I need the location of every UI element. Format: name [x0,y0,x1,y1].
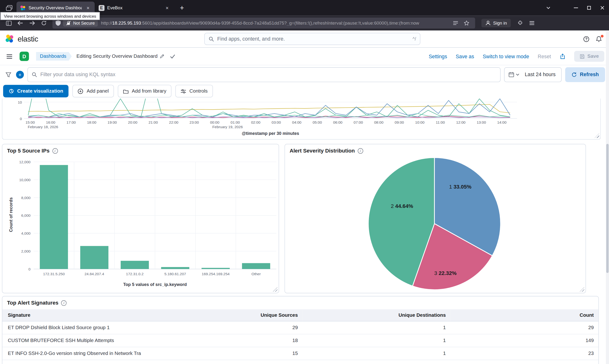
search-shortcut-hint: ^/ [413,36,416,42]
minimize-button[interactable] [569,2,582,14]
search-icon [209,36,214,42]
not-secure-label: Not Secure [73,21,95,26]
x-axis-date-label: February 18, 2026 [28,125,58,129]
tab-close-icon[interactable]: × [164,4,171,11]
controls-button[interactable]: Controls [175,85,213,97]
info-icon[interactable]: i [358,148,363,154]
column-header[interactable]: Unique Destinations [302,309,450,322]
panel-top-alert-signatures[interactable]: Top Alert Signatures i SignatureUnique S… [2,296,599,364]
filter-funnel-icon[interactable] [4,72,13,77]
reader-mode-icon[interactable] [450,18,461,28]
breadcrumb-dashboards[interactable]: Dashboards [36,52,72,61]
create-visualization-button[interactable]: Create visualization [3,85,68,97]
x-axis-tick-label: 20:00 [122,120,143,124]
kql-input[interactable] [40,72,496,78]
info-icon[interactable]: i [52,148,58,154]
app-menu-icon[interactable] [527,18,538,28]
tracking-protection-shield-icon[interactable] [56,20,61,26]
x-axis-tick-label: 18:00 [81,120,102,124]
switch-to-view-mode-link[interactable]: Switch to view mode [483,53,529,59]
time-range-label[interactable]: Last 24 hours [523,72,561,78]
svg-text:4,000: 4,000 [21,231,31,235]
elastic-logo-text: elastic [18,35,38,43]
column-header[interactable]: Signature [2,309,155,322]
help-icon[interactable] [583,36,589,42]
lens-icon [9,88,14,94]
date-picker[interactable]: Last 24 hours [504,67,561,82]
x-axis-tick-label: 10:00 [409,120,430,124]
panel-title[interactable]: Top 5 Source IPs [7,148,49,154]
settings-link[interactable]: Settings [429,53,447,59]
bookmark-star-icon[interactable] [461,18,472,28]
maximize-button[interactable] [582,2,596,14]
panel-alert-severity[interactable]: Alert Severity Distribution i 1 33.05%3 … [284,144,586,293]
panel-timeseries[interactable]: 100 15:0016:0017:0018:0019:0020:0021:002… [2,99,601,140]
notification-dot [601,35,604,37]
x-axis-tick-label: 21:00 [143,120,163,124]
address-bar[interactable]: Not Secure http://18.225.95.193:5601/app… [53,18,475,29]
add-filter-button[interactable]: + [16,71,24,78]
x-axis-tick-label: 15:00 [20,120,40,124]
share-icon[interactable] [560,53,566,59]
close-window-button[interactable] [595,2,609,14]
svg-text:12,000: 12,000 [19,160,31,164]
value-cell: 10 [155,360,302,364]
refresh-button[interactable]: Refresh [565,67,605,82]
y-axis-tick-label: 10 [12,100,22,104]
firefox-view-button[interactable] [3,2,15,13]
tab-title: EveBox [107,5,161,10]
list-all-tabs-chevron-icon[interactable] [542,2,554,13]
menu-hamburger-icon[interactable] [5,52,14,61]
value-cell: 23 [451,347,598,360]
info-icon[interactable]: i [61,300,67,306]
column-header[interactable]: Count [451,309,598,322]
kql-filter-bar[interactable] [27,67,501,82]
space-avatar[interactable]: D [20,52,29,61]
tab-close-icon[interactable]: × [85,4,92,11]
x-axis-tick-label: 19:00 [102,120,122,124]
browser-tab-evebox[interactable]: E EveBox × [95,2,174,14]
save-button-label: Save [587,53,599,59]
controls-label: Controls [189,88,208,94]
reset-link[interactable]: Reset [538,53,551,59]
value-cell: 149 [451,334,598,347]
new-tab-button[interactable]: + [176,2,188,13]
extensions-icon[interactable] [515,18,526,28]
column-header[interactable]: Unique Sources [155,309,302,322]
scrollbar-thumb[interactable] [606,144,609,273]
panel-resize-handle[interactable] [595,133,599,138]
plus-circle-icon [78,88,84,94]
panel-top-source-ips[interactable]: Top 5 Source IPs i 02,0004,0006,0008,000… [2,144,279,293]
value-cell: 15 [155,347,302,360]
newsfeed-icon[interactable] [595,36,602,42]
calendar-icon[interactable] [504,72,522,78]
edit-pencil-icon[interactable] [160,54,165,59]
svg-text:0: 0 [28,267,31,271]
value-cell: 1 [302,347,450,360]
panel-title[interactable]: Alert Severity Distribution [290,148,355,154]
save-as-link[interactable]: Save as [456,53,474,59]
svg-text:2 44.64%: 2 44.64% [391,203,413,209]
x-axis-tick-label: 12:00 [451,120,471,124]
x-axis-date-label: February 19, 2026 [212,125,243,129]
svg-text:3 22.32%: 3 22.32% [434,270,457,276]
x-axis-tick-label: 08:00 [369,120,389,124]
svg-text:10,000: 10,000 [19,178,31,182]
elastic-logo[interactable]: elastic [5,34,38,44]
filter-bar: + Last 24 hours Refresh [0,65,609,84]
panel-title[interactable]: Top Alert Signatures [7,300,58,306]
create-visualization-label: Create visualization [17,88,63,94]
add-panel-button[interactable]: Add panel [73,85,114,97]
not-secure-chip[interactable]: Not Secure [63,20,98,26]
signature-cell: ET DROP Dshield Block Listed Source grou… [2,322,155,334]
timeseries-chart [2,99,600,119]
page-scrollbar[interactable] [606,31,609,364]
table-body: ET DROP Dshield Block Listed Source grou… [2,322,598,364]
save-button[interactable]: Save [574,51,604,62]
sign-in-button[interactable]: Sign in [481,19,511,27]
panel-resize-handle[interactable] [273,287,278,292]
global-search-input[interactable] [217,36,409,42]
x-axis-tick-label: 06:00 [327,120,348,124]
add-from-library-button[interactable]: Add from library [118,85,172,97]
global-search[interactable]: ^/ [204,33,420,45]
